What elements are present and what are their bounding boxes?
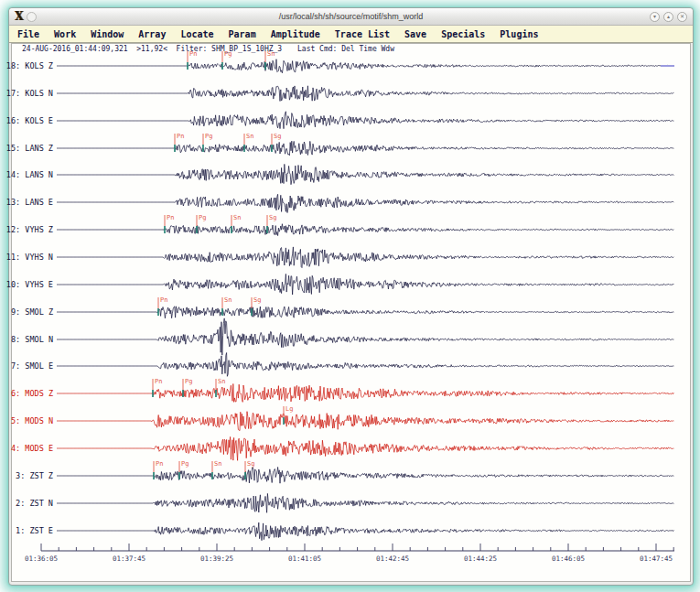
time-axis-label: 01:41:05 [288, 554, 321, 563]
time-axis-label: 01:37:45 [113, 554, 145, 563]
trace-label[interactable]: 10: VYHS E [6, 280, 53, 289]
trace-row-13-lans-e[interactable]: 13: LANS E [6, 194, 674, 212]
phase-marker-label: Sn [246, 133, 253, 140]
phase-marker-label: Sn [214, 460, 221, 468]
phase-marker-label: Sg [253, 296, 261, 304]
trace-row-1-zst-e[interactable]: 1: ZST E [16, 522, 673, 541]
status-readout: 24-AUG-2016_01:44:09,321 >11,92< Filter:… [22, 45, 282, 53]
phase-marker-label: Lg [285, 405, 293, 413]
waveform[interactable] [57, 274, 673, 295]
waveform[interactable] [57, 436, 673, 460]
phase-marker-label: Sn [224, 296, 232, 304]
phase-marker-label: Pg [185, 378, 192, 385]
trace-row-12-vyhs-z[interactable]: 12: VYHS ZPnPgSnSg [6, 214, 674, 236]
trace-label[interactable]: 4: MODS E [11, 444, 53, 453]
trace-label[interactable]: 5: MODS N [11, 416, 53, 425]
trace-label[interactable]: 13: LANS E [6, 198, 53, 207]
phase-marker-label: Pn [177, 133, 184, 140]
phase-marker-label: Pg [205, 133, 212, 140]
phase-marker-label: Pn [160, 296, 167, 304]
trace-row-10-vyhs-e[interactable]: 10: VYHS E [6, 274, 674, 295]
trace-label[interactable]: 18: KOLS Z [6, 61, 53, 70]
waveform[interactable] [57, 493, 673, 512]
phase-marker-label: Pg [181, 460, 188, 468]
trace-label[interactable]: 17: KOLS N [6, 89, 53, 98]
trace-row-2-zst-n[interactable]: 2: ZST N [16, 493, 673, 512]
waveform[interactable] [57, 224, 673, 236]
waveform[interactable] [57, 384, 673, 403]
trace-row-4-mods-e[interactable]: 4: MODS E [11, 436, 673, 460]
waveform[interactable] [57, 307, 673, 318]
time-axis-label: 01:39:25 [200, 554, 233, 563]
phase-marker-label: Pn [155, 378, 162, 385]
trace-row-11-vyhs-n[interactable]: 11: VYHS N [6, 247, 674, 268]
phase-marker-label: Sn [218, 378, 225, 385]
trace-row-8-smol-n[interactable]: 8: SMOL N [11, 318, 673, 355]
phase-marker-label: Pn [156, 460, 163, 468]
phase-marker-pn[interactable]: Pn [165, 214, 174, 233]
waveform[interactable] [57, 86, 673, 102]
phase-marker-label: Pg [199, 214, 206, 221]
phase-marker-label: Sg [274, 133, 281, 140]
waveform[interactable] [57, 412, 673, 431]
waveform[interactable] [57, 522, 673, 541]
waveform[interactable] [57, 468, 673, 484]
time-axis-label: 01:42:45 [376, 554, 409, 563]
trace-row-18-kols-z[interactable]: 18: KOLS ZPnPgSn [6, 50, 674, 73]
trace-row-16-kols-e[interactable]: 16: KOLS E [6, 112, 674, 129]
trace-label[interactable]: 1: ZST E [16, 526, 53, 535]
phase-marker-label: Sg [269, 214, 276, 221]
waveform[interactable] [57, 164, 673, 184]
trace-row-5-mods-n[interactable]: 5: MODS NLg [11, 405, 673, 431]
phase-marker-pg[interactable]: Pg [179, 460, 188, 479]
seismogram-canvas: 18: KOLS ZPnPgSn17: KOLS N16: KOLS E15: … [0, 0, 700, 592]
trace-label[interactable]: 6: MODS Z [11, 389, 53, 398]
trace-label[interactable]: 12: VYHS Z [6, 225, 53, 234]
waveform[interactable] [57, 318, 673, 355]
waveform[interactable] [57, 353, 673, 377]
trace-row-9-smol-z[interactable]: 9: SMOL ZPnSnSg [11, 296, 673, 318]
status-last-command: Last Cmd: Del Time Wdw [297, 45, 394, 53]
trace-label[interactable]: 3: ZST Z [16, 471, 53, 480]
waveform[interactable] [57, 112, 673, 129]
phase-marker-label: Pn [167, 214, 174, 221]
phase-marker-label: Sn [233, 214, 241, 221]
phase-marker-label: Sg [247, 460, 254, 468]
trace-label[interactable]: 15: LANS Z [6, 144, 53, 153]
waveform[interactable] [57, 194, 673, 212]
trace-label[interactable]: 16: KOLS E [6, 116, 53, 125]
trace-row-14-lans-n[interactable]: 14: LANS N [6, 164, 674, 184]
trace-label[interactable]: 11: VYHS N [6, 253, 53, 262]
trace-label[interactable]: 9: SMOL Z [11, 307, 53, 317]
trace-label[interactable]: 14: LANS N [6, 170, 53, 179]
trace-row-7-smol-e[interactable]: 7: SMOL E [11, 353, 673, 377]
waveform[interactable] [57, 59, 673, 73]
time-axis: 01:36:0501:37:4501:39:2501:41:0501:42:45… [25, 544, 674, 563]
trace-row-17-kols-n[interactable]: 17: KOLS N [6, 86, 674, 102]
trace-row-6-mods-z[interactable]: 6: MODS ZPnPgSn [11, 378, 673, 402]
trace-row-15-lans-z[interactable]: 15: LANS ZPnPgSnSg [6, 133, 674, 156]
trace-label[interactable]: 7: SMOL E [11, 361, 53, 371]
trace-row-3-zst-z[interactable]: 3: ZST ZPnPgSnSg [16, 460, 673, 483]
time-axis-label: 01:46:05 [552, 554, 585, 563]
trace-label[interactable]: 8: SMOL N [11, 335, 53, 344]
time-axis-label: 01:47:45 [640, 554, 673, 563]
time-axis-label: 01:44:25 [464, 554, 497, 563]
waveform[interactable] [57, 141, 673, 156]
trace-label[interactable]: 2: ZST N [16, 499, 53, 508]
waveform[interactable] [57, 247, 673, 268]
time-axis-label: 01:36:05 [25, 554, 58, 563]
